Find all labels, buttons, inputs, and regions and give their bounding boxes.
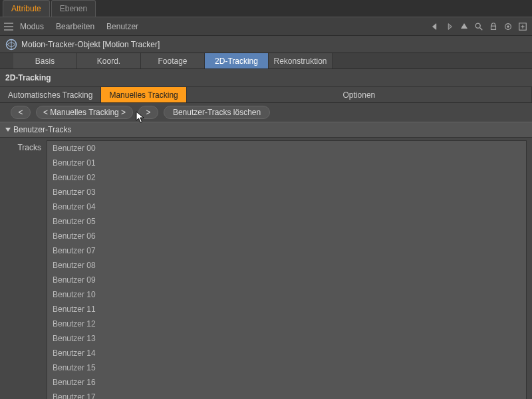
- button-row: < < Manuelles Tracking > > Benutzer-Trac…: [0, 103, 532, 122]
- motion-tracker-icon: [5, 39, 17, 51]
- tab-basis[interactable]: Basis: [13, 53, 77, 68]
- section-heading: 2D-Tracking: [0, 69, 532, 87]
- tab-attribute[interactable]: Attribute: [3, 0, 50, 17]
- list-item[interactable]: Benutzer 07: [47, 243, 526, 258]
- list-item[interactable]: Benutzer 14: [47, 346, 526, 360]
- list-item[interactable]: Benutzer 02: [47, 170, 526, 185]
- tab-ebenen[interactable]: Ebenen: [51, 0, 96, 17]
- list-item[interactable]: Benutzer 00: [47, 141, 526, 156]
- tracks-label: Tracks: [5, 140, 47, 399]
- list-item[interactable]: Benutzer 12: [47, 317, 526, 331]
- group-user-tracks[interactable]: Benutzer-Tracks: [0, 122, 532, 138]
- new-panel-icon[interactable]: [517, 21, 528, 32]
- lock-icon[interactable]: [488, 21, 499, 32]
- delete-user-tracks-button[interactable]: Benutzer-Tracks löschen: [164, 106, 270, 119]
- list-item[interactable]: Benutzer 05: [47, 214, 526, 229]
- list-item[interactable]: Benutzer 13: [47, 331, 526, 346]
- subtab-auto-tracking[interactable]: Automatisches Tracking: [0, 87, 101, 102]
- list-item[interactable]: Benutzer 17: [47, 390, 526, 399]
- sub-tabs: Automatisches Tracking Manuelles Trackin…: [0, 87, 532, 103]
- svg-point-0: [475, 23, 480, 28]
- list-item[interactable]: Benutzer 09: [47, 273, 526, 287]
- list-item[interactable]: Benutzer 04: [47, 200, 526, 214]
- tab-koord[interactable]: Koord.: [77, 53, 141, 68]
- list-item[interactable]: Benutzer 11: [47, 302, 526, 317]
- nav-up-icon[interactable]: [459, 21, 469, 32]
- list-item[interactable]: Benutzer 06: [47, 229, 526, 243]
- nav-back-icon[interactable]: [430, 21, 440, 32]
- next-frame-button[interactable]: >: [138, 106, 158, 119]
- svg-point-4: [507, 25, 509, 27]
- manual-track-button[interactable]: < Manuelles Tracking >: [36, 106, 133, 119]
- target-icon[interactable]: [503, 21, 513, 32]
- svg-rect-2: [491, 26, 496, 29]
- search-icon[interactable]: [473, 21, 484, 32]
- group-label: Benutzer-Tracks: [13, 125, 72, 134]
- list-item[interactable]: Benutzer 16: [47, 375, 526, 390]
- nav-forward-icon[interactable]: [444, 21, 455, 32]
- list-item[interactable]: Benutzer 15: [47, 360, 526, 375]
- list-item[interactable]: Benutzer 10: [47, 287, 526, 302]
- subtab-manual-tracking[interactable]: Manuelles Tracking: [101, 87, 186, 102]
- tab-rekonstruktion[interactable]: Rekonstruktion: [269, 53, 332, 68]
- object-header: Motion-Tracker-Objekt [Motion Tracker]: [0, 36, 532, 53]
- main-tabs: Basis Koord. Footage 2D-Tracking Rekonst…: [0, 53, 532, 69]
- subtab-options[interactable]: Optionen: [187, 87, 532, 102]
- menu-bearbeiten[interactable]: Bearbeiten: [56, 22, 94, 31]
- panel-tabs: Attribute Ebenen: [0, 0, 532, 17]
- tab-2d-tracking[interactable]: 2D-Tracking: [205, 53, 269, 68]
- menu-modus[interactable]: Modus: [20, 22, 44, 31]
- tracks-row: Tracks Benutzer 00 Benutzer 01 Benutzer …: [0, 138, 532, 399]
- tracks-list[interactable]: Benutzer 00 Benutzer 01 Benutzer 02 Benu…: [47, 140, 527, 399]
- prev-frame-button[interactable]: <: [11, 106, 31, 119]
- svg-line-1: [480, 27, 483, 30]
- list-item[interactable]: Benutzer 03: [47, 185, 526, 200]
- menu-bar: Modus Bearbeiten Benutzer: [0, 17, 532, 36]
- list-item[interactable]: Benutzer 01: [47, 156, 526, 170]
- menu-benutzer[interactable]: Benutzer: [106, 22, 138, 31]
- list-item[interactable]: Benutzer 08: [47, 258, 526, 273]
- grip-icon[interactable]: [4, 23, 13, 31]
- chevron-down-icon: [5, 128, 11, 132]
- object-title: Motion-Tracker-Objekt [Motion Tracker]: [21, 40, 160, 49]
- tab-footage[interactable]: Footage: [141, 53, 205, 68]
